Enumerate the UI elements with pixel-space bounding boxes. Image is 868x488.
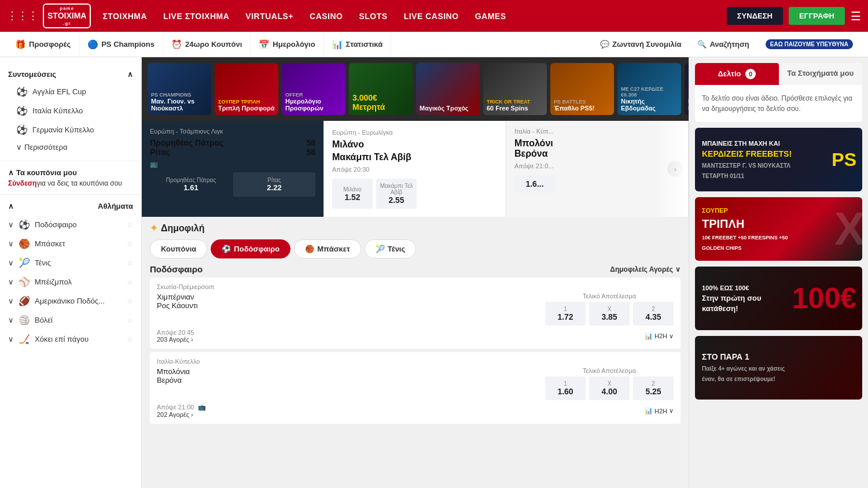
nav-slots[interactable]: SLOTS (359, 12, 387, 21)
promo-card-7[interactable]: PS BATTLES Έπαθλο PS5! (550, 63, 614, 115)
nav-prosfores[interactable]: 🎁 Προσφορές (7, 32, 79, 57)
register-button[interactable]: ΕΓΓΡΑΦΗ (789, 7, 845, 25)
site-logo[interactable]: pame STOIXIMA .gr (43, 3, 91, 29)
star-icon-basketball[interactable]: ☆ (127, 240, 133, 248)
sidebar-item-basketball[interactable]: ∨ 🏀 Μπάσκετ ☆ (0, 234, 141, 253)
star-icon-football[interactable]: ☆ (127, 221, 133, 229)
popular-match-1-odd2[interactable]: 2 4.35 (633, 302, 674, 326)
signin-button[interactable]: ΣΥΝΔΕΣΗ (727, 7, 783, 25)
tab-basketball[interactable]: 🏀 Μπάσκετ (294, 239, 361, 258)
promo-card-6[interactable]: TRICK OR TREAT 60 Free Spins (483, 63, 547, 115)
nav-24h-coupon[interactable]: ⏰ 24ωρο Κουπόνι (163, 32, 251, 57)
betslip-tab-active[interactable]: Δελτίο 0 (695, 63, 779, 85)
football-tab-icon: ⚽ (222, 245, 231, 253)
match-1-btn2[interactable]: Ρίτας 2.22 (233, 172, 315, 197)
expand-icon-amfoot: ∨ (8, 297, 14, 305)
tab-football[interactable]: ⚽ Ποδόσφαιρο (211, 239, 290, 258)
logo-area: ⋮⋮⋮ pame STOIXIMA .gr (7, 3, 91, 29)
promo-card-3[interactable]: OFFER Ημερολόγιο Προσφορών (282, 63, 345, 115)
promo-card-8[interactable]: ME C27 ΚΕΡΔΙΣΕ €6.308 Νικητής Εβδομάδας (617, 63, 681, 115)
shortcut-italy-cup[interactable]: ⚽ Ιταλία Κύπελλο (8, 101, 133, 120)
tab-tennis[interactable]: 🎾 Τένις (365, 239, 416, 258)
promo-card-1[interactable]: PS CHAMPIONS Μαν. Γιουν. vs Νιούκαστλ (148, 63, 211, 115)
popular-match-2-odd1[interactable]: 1 1.60 (545, 376, 586, 400)
promo-card-5[interactable]: Μαγικός Τροχός (416, 63, 480, 115)
popular-markets-link[interactable]: Δημοφιλείς Αγορές ∨ (610, 265, 681, 273)
sidebar-item-tennis[interactable]: ∨ 🎾 Τένις ☆ (0, 253, 141, 272)
shortcuts-header[interactable]: Συντομεύσεις ∧ (8, 66, 133, 82)
my-coupons-header[interactable]: ∧ Τα κουπόνια μου (8, 168, 133, 177)
promo-card-4-title: 3.000€ Μετρητά (352, 93, 409, 112)
popular-match-2-odd2[interactable]: 2 5.25 (633, 376, 674, 400)
promo-card-9[interactable]: Pragmatic Buy Bonus (685, 63, 689, 115)
expand-icon-hockey: ∨ (8, 335, 14, 343)
star-icon-amfoot[interactable]: ☆ (127, 297, 133, 305)
nav-stoixima[interactable]: ΣΤΟΙΧΗΜΑ (102, 12, 147, 21)
popular-section: ✦ Δημοφιλή Κουπόνια ⚽ Ποδόσφαιρο 🏀 Μπάσκ… (142, 217, 689, 433)
markets-link-2[interactable]: 202 Αγορές › (157, 411, 208, 418)
promo-card-7-title: Έπαθλο PS5! (554, 105, 610, 112)
promo-banner-champions[interactable]: ΜΠΑΙΝΕΙΣ ΣΤΗ ΜΑΧΗ ΚΑΙ ΚΕΡΔΙΖΕΙΣ FREEBETS… (695, 128, 862, 191)
left-sidebar: Συντομεύσεις ∧ ⚽ Αγγλία EFL Cup ⚽ Ιταλία… (0, 57, 142, 488)
live-chat-item[interactable]: 💬 Ζωντανή Συνομιλία (592, 32, 689, 57)
sidebar-item-baseball[interactable]: ∨ ⚾ Μπέιζμπολ ☆ (0, 272, 141, 291)
nav-statistics[interactable]: 📊 Στατιστικά (324, 32, 392, 57)
star-icon-hockey[interactable]: ☆ (127, 335, 133, 343)
popular-match-2-oddX[interactable]: X 4.00 (589, 376, 630, 400)
promo-card-4[interactable]: 3.000€ Μετρητά (349, 63, 413, 115)
h2h-link-1[interactable]: 📊 H2H ∨ (645, 332, 674, 340)
nav-live-stoixima[interactable]: LIVE ΣΤΟΙΧΗΜΑ (163, 12, 229, 21)
grid-icon[interactable]: ⋮⋮⋮ (7, 9, 38, 22)
promo-banner-100[interactable]: 100% ΕΩΣ 100€ Στην πρώτη σου κατάθεση! 1… (695, 267, 862, 330)
promo-banner-para1[interactable]: ΣΤΟ ΠΑΡΑ 1 Παίξε 4+ αγώνες και αν χάσεις… (695, 336, 862, 400)
star-icon-tennis[interactable]: ☆ (127, 259, 133, 267)
nav-casino[interactable]: CASINO (310, 12, 343, 21)
nav-virtuals[interactable]: VIRTUALS+ (245, 12, 293, 21)
nav-ps-champions[interactable]: 🔵 PS Champions (79, 32, 163, 57)
football-icon-1: ⚽ (16, 86, 28, 97)
popular-match-2-league: Ιταλία-Κύπελλο (157, 358, 674, 365)
match-2-oddX[interactable]: Μακάμπι Τελ Αβίβ 2.55 (376, 179, 417, 209)
sidebar-item-american-football[interactable]: ∨ 🏈 Αμερικάνικο Ποδός... ☆ (0, 291, 141, 310)
video-icon-match2: 📺 (198, 404, 206, 411)
sidebar-item-football[interactable]: ∨ ⚽ Ποδόσφαιρο ☆ (0, 215, 141, 234)
responsible-gambling-item[interactable]: ΕΑΩ ΠΑΙΖΟΥΜΕ ΥΠΕΥΘΥΝΑ (757, 32, 861, 57)
bar-chart-icon-2: 📊 (645, 407, 653, 415)
nav-live-casino[interactable]: LIVE CASINO (404, 12, 459, 21)
sports-header[interactable]: ∧ Αθλήματα (0, 197, 141, 215)
tab-coupons[interactable]: Κουπόνια (150, 239, 207, 258)
popular-match-1-oddX[interactable]: X 3.85 (589, 302, 630, 326)
football-icon-2: ⚽ (16, 105, 28, 116)
promo-card-8-subtitle: ME C27 ΚΕΡΔΙΣΕ €6.308 (621, 86, 678, 98)
shortcut-england-efl[interactable]: ⚽ Αγγλία EFL Cup (8, 82, 133, 101)
match-1-buttons: Προμηθέας Πάτρας 1.61 Ρίτας 2.22 (150, 172, 315, 197)
arrow-up-icon-sports: ∧ (8, 202, 14, 210)
promo-card-9-title: Pragmatic Buy Bonus (688, 98, 689, 112)
search-item[interactable]: 🔍 Αναζήτηση (689, 32, 757, 57)
signin-link[interactable]: Σύνδεση (8, 179, 36, 187)
baseball-icon: ⚾ (19, 276, 30, 287)
star-icon-baseball[interactable]: ☆ (127, 278, 133, 286)
promo-card-2[interactable]: ΣΟΥΠΕΡ ΤΡΙΠΛΗ Τριπλή Προσφορά (215, 63, 278, 115)
football-sport-icon: ⚽ (19, 219, 30, 230)
hockey-icon: 🏒 (19, 334, 30, 345)
sidebar-item-volleyball[interactable]: ∨ 🏐 Βόλεϊ ☆ (0, 310, 141, 330)
star-icon-volleyball[interactable]: ☆ (127, 316, 133, 324)
promo-banner-triple[interactable]: ΣΟΥΠΕΡ ΤΡΙΠΛΗ 10€ FREEBET +50 FREESPINS … (695, 197, 862, 261)
nav-games[interactable]: GAMES (475, 12, 506, 21)
popular-match-1-odds-row: 1 1.72 X 3.85 2 4.35 (545, 302, 674, 326)
betslip-tab-mybets[interactable]: Τα Στοιχήματά μου (779, 63, 863, 85)
popular-match-1-teams: Χιμπέρνιαν Ρος Κάουντι Τελικό Αποτέλεσμα… (157, 293, 674, 326)
h2h-link-2[interactable]: 📊 H2H ∨ (645, 407, 674, 415)
hamburger-icon[interactable]: ☰ (851, 9, 861, 23)
sidebar-item-hockey[interactable]: ∨ 🏒 Χόκει επί πάγου ☆ (0, 330, 141, 349)
shortcut-germany-cup[interactable]: ⚽ Γερμανία Κύπελλο (8, 120, 133, 139)
markets-link-1[interactable]: 203 Αγορές › (157, 336, 194, 343)
match-1-btn1[interactable]: Προμηθέας Πάτρας 1.61 (150, 172, 232, 197)
popular-match-2-names: Μπολόνια Βερόνα (157, 367, 540, 385)
more-link[interactable]: ∨ Περισσότερα (8, 139, 133, 155)
match-3-btn1[interactable]: 1.6... (514, 175, 555, 193)
popular-match-1-odd1[interactable]: 1 1.72 (545, 302, 586, 326)
match-2-odd1[interactable]: Μιλάνο 1.52 (332, 179, 373, 209)
nav-calendar[interactable]: 📅 Ημερολόγιο (251, 32, 323, 57)
